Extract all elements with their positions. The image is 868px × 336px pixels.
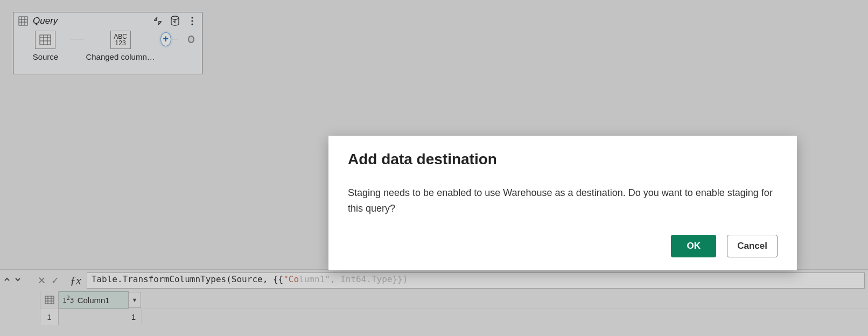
- svg-point-8: [191, 23, 193, 25]
- query-steps-row: Source ABC 123 Changed column… +: [13, 30, 202, 64]
- output-port[interactable]: [188, 36, 194, 43]
- cell-value: 1: [59, 309, 142, 325]
- step-connector-line: [70, 39, 84, 39]
- chevron-down-icon[interactable]: [14, 276, 22, 285]
- cancel-formula-icon[interactable]: ✕: [38, 275, 46, 286]
- data-destination-icon[interactable]: [170, 16, 180, 26]
- commit-formula-icon[interactable]: ✓: [51, 275, 59, 286]
- query-node-card[interactable]: Query Source: [13, 12, 202, 74]
- column-type-icon: 123: [62, 295, 74, 304]
- svg-point-6: [191, 17, 193, 18]
- step-source[interactable]: Source: [21, 31, 70, 61]
- more-options-icon[interactable]: [187, 16, 198, 26]
- table-icon[interactable]: [40, 291, 59, 309]
- query-node-title: Query: [33, 16, 148, 26]
- dialog-body-text: Staging needs to be enabled to use Wareh…: [348, 185, 778, 216]
- svg-rect-14: [45, 296, 54, 304]
- datatype-icon: ABC 123: [110, 31, 131, 49]
- step-connector-line: [171, 39, 179, 39]
- cancel-button[interactable]: Cancel: [727, 235, 778, 257]
- svg-rect-0: [19, 17, 27, 25]
- formula-bar-row: ✕ ✓ ƒx Table.TransformColumnTypes(Source…: [0, 270, 868, 291]
- grid-header-row: 123 Column1 ▼: [40, 291, 868, 309]
- svg-rect-9: [40, 35, 51, 45]
- fx-icon[interactable]: ƒx: [70, 274, 81, 288]
- table-row[interactable]: 1 1: [40, 309, 868, 325]
- svg-point-7: [191, 20, 193, 22]
- collapse-icon[interactable]: [152, 16, 163, 26]
- step-label: Source: [33, 52, 59, 61]
- table-icon: [35, 31, 55, 49]
- row-number: 1: [40, 309, 59, 325]
- column-filter-dropdown[interactable]: ▼: [128, 292, 141, 308]
- chevron-up-icon[interactable]: [3, 276, 11, 285]
- ok-button[interactable]: OK: [671, 235, 716, 257]
- column-name: Column1: [78, 296, 110, 305]
- bottom-panel: ✕ ✓ ƒx Table.TransformColumnTypes(Source…: [0, 269, 868, 336]
- formula-input[interactable]: Table.TransformColumnTypes(Source, {{"Co…: [87, 272, 865, 289]
- dialog-title: Add data destination: [348, 151, 778, 168]
- column-header[interactable]: 123 Column1: [59, 291, 129, 309]
- query-node-header: Query: [13, 12, 202, 30]
- step-changed-column-type[interactable]: ABC 123 Changed column…: [84, 31, 157, 61]
- data-preview-grid: 123 Column1 ▼ 1 1: [40, 291, 868, 325]
- step-label: Changed column…: [86, 52, 155, 61]
- table-icon: [18, 16, 29, 26]
- add-step-button[interactable]: +: [160, 32, 171, 46]
- add-data-destination-dialog: Add data destination Staging needs to be…: [328, 136, 797, 270]
- dialog-button-row: OK Cancel: [348, 235, 778, 257]
